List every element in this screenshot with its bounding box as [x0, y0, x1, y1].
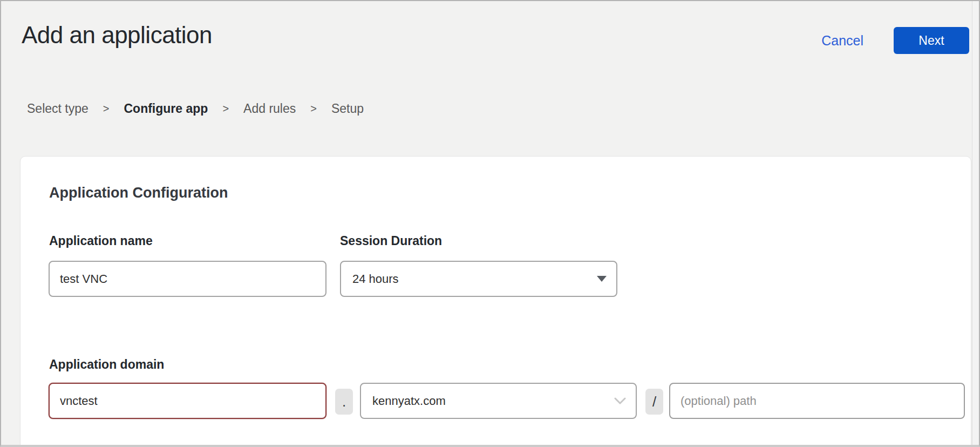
path-input[interactable]: [669, 383, 965, 419]
application-configuration-card: Application Configuration Application na…: [20, 156, 971, 447]
breadcrumb-separator: >: [310, 103, 317, 115]
breadcrumb-separator: >: [222, 103, 229, 115]
breadcrumb: Select type > Configure app > Add rules …: [27, 101, 364, 116]
application-name-label: Application name: [49, 234, 153, 248]
session-duration-select[interactable]: 24 hours: [340, 261, 617, 297]
domain-select[interactable]: kennyatx.com: [360, 383, 637, 419]
application-name-input[interactable]: [49, 261, 326, 297]
domain-select-value: kennyatx.com: [372, 394, 609, 408]
breadcrumb-step-configure-app[interactable]: Configure app: [124, 101, 208, 116]
header-actions: Cancel Next: [821, 27, 969, 54]
session-duration-value: 24 hours: [352, 272, 591, 286]
cancel-button[interactable]: Cancel: [821, 33, 863, 49]
section-title: Application Configuration: [49, 185, 228, 201]
next-button[interactable]: Next: [894, 27, 969, 54]
breadcrumb-separator: >: [103, 103, 110, 115]
application-domain-label: Application domain: [49, 357, 164, 372]
triangle-down-icon: [597, 276, 607, 282]
subdomain-input[interactable]: [49, 383, 326, 419]
slash-separator: /: [645, 389, 663, 415]
breadcrumb-step-setup[interactable]: Setup: [331, 101, 364, 116]
dot-separator: .: [335, 389, 353, 415]
chevron-down-icon: [614, 397, 626, 405]
breadcrumb-step-add-rules[interactable]: Add rules: [243, 101, 296, 116]
session-duration-label: Session Duration: [340, 234, 442, 248]
page-title: Add an application: [22, 22, 212, 49]
breadcrumb-step-select-type[interactable]: Select type: [27, 101, 89, 116]
vertical-scrollbar[interactable]: [972, 1, 979, 445]
add-application-page: Add an application Cancel Next Select ty…: [0, 0, 980, 447]
